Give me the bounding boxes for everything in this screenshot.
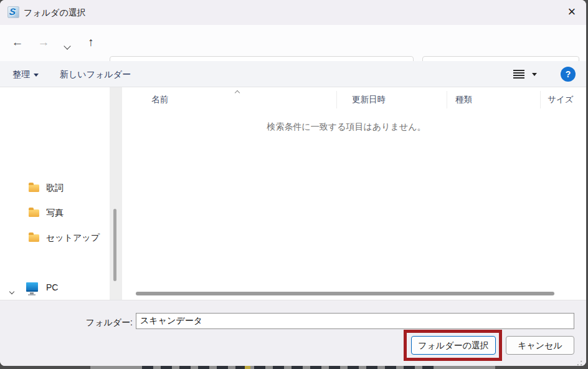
sidebar-item-pc[interactable]: PC <box>0 281 110 295</box>
column-header-name[interactable]: 名前 <box>151 94 168 105</box>
resize-grip[interactable] <box>574 357 583 366</box>
sidebar-item-label: セットアップ <box>46 232 100 244</box>
forward-button[interactable]: → <box>34 25 53 61</box>
close-icon[interactable]: × <box>562 3 581 22</box>
view-options-caret-icon[interactable] <box>532 73 537 76</box>
command-toolbar: 整理 新しいフォルダー ? <box>0 61 586 87</box>
up-button[interactable]: ↑ <box>82 25 100 61</box>
folder-name-input[interactable] <box>136 313 574 329</box>
sidebar-scrollbar[interactable] <box>113 209 116 281</box>
column-divider[interactable] <box>540 91 541 108</box>
pc-icon <box>26 282 38 292</box>
column-header-type[interactable]: 種類 <box>455 94 472 105</box>
column-header-modified[interactable]: 更新日時 <box>352 94 386 105</box>
caret-down-icon <box>34 74 39 77</box>
organize-menu-button[interactable]: 整理 <box>12 61 39 87</box>
sidebar-item-label: 歌詞 <box>46 183 64 194</box>
background-window-remnant <box>142 366 435 369</box>
folder-icon <box>29 209 39 217</box>
navigation-pane: 歌詞 写真 セットアップ PC Windows (C:) ボリューム (D:) <box>0 87 110 300</box>
titlebar: S フォルダの選択 × <box>0 0 586 25</box>
sidebar-item-photos[interactable]: 写真 <box>0 206 110 220</box>
sidebar-item-label: 写真 <box>46 208 64 219</box>
chevron-down-icon[interactable] <box>10 285 14 295</box>
folder-field-label: フォルダー: <box>62 317 133 328</box>
navigation-bar: ← → ↑ PC ボリューム (D:) スキャンデータ <box>0 25 586 61</box>
back-button[interactable]: ← <box>8 25 27 61</box>
help-button[interactable]: ? <box>561 67 576 82</box>
column-divider[interactable] <box>447 91 447 108</box>
sidebar-item-lyrics[interactable]: 歌詞 <box>0 181 110 195</box>
file-list-pane: 名前 更新日時 種類 サイズ 検索条件に一致する項目はありません。 <box>122 87 586 300</box>
app-logo-icon: S <box>7 6 19 18</box>
select-folder-button[interactable]: フォルダーの選択 <box>411 336 496 355</box>
cancel-button[interactable]: キャンセル <box>506 336 574 355</box>
sidebar-item-setup[interactable]: セットアップ <box>0 231 110 245</box>
sidebar-item-label: PC <box>46 282 58 292</box>
column-header-row: 名前 更新日時 種類 サイズ <box>122 87 586 112</box>
dialog-footer: フォルダー: フォルダーの選択 キャンセル <box>0 300 586 366</box>
folder-icon <box>29 184 39 192</box>
organize-label: 整理 <box>12 69 30 79</box>
sort-ascending-icon <box>235 87 239 97</box>
new-folder-button[interactable]: 新しいフォルダー <box>60 61 131 87</box>
folder-select-dialog: S フォルダの選択 × ← → ↑ PC ボリューム (D:) スキャンデータ <box>0 0 586 366</box>
app-logo-letter: S <box>9 6 16 17</box>
new-folder-label: 新しいフォルダー <box>60 69 131 79</box>
background-window-remnant <box>245 366 250 369</box>
horizontal-scrollbar[interactable] <box>136 292 554 295</box>
empty-results-message: 検索条件に一致する項目はありません。 <box>184 122 508 133</box>
column-header-size[interactable]: サイズ <box>548 94 573 105</box>
folder-icon <box>29 234 39 242</box>
column-divider[interactable] <box>336 91 337 108</box>
recent-locations-chevron-icon[interactable] <box>65 40 70 51</box>
window-title: フォルダの選択 <box>24 0 86 25</box>
view-options-icon[interactable] <box>513 70 524 79</box>
